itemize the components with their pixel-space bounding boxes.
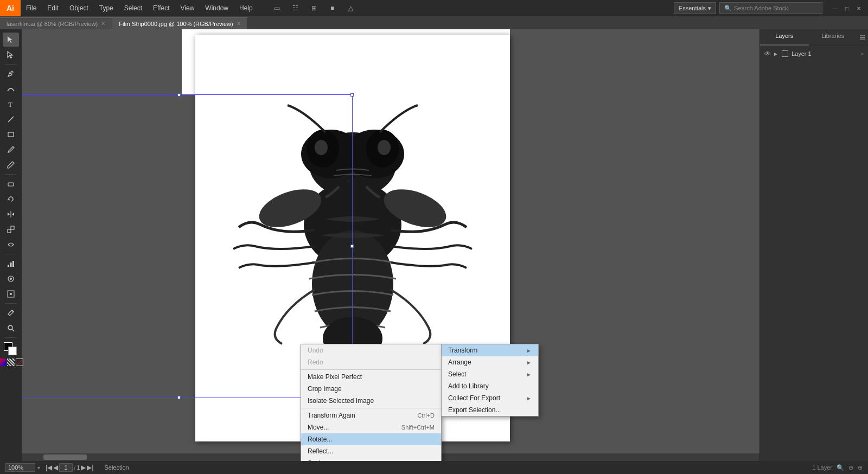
zoom-tool[interactable]: [3, 321, 19, 335]
sub-arrange[interactable]: Arrange ►: [442, 356, 538, 368]
artboard-select-tool[interactable]: [3, 287, 19, 301]
canvas-area[interactable]: Undo Redo Make Pixel Perfect Crop Image …: [22, 29, 868, 461]
rectangle-tool[interactable]: [3, 127, 19, 142]
panel-menu-icon[interactable]: [857, 29, 868, 46]
gpu-icon[interactable]: △: [343, 1, 359, 15]
menu-select[interactable]: Select: [119, 0, 148, 16]
menu-edit[interactable]: Edit: [42, 0, 64, 16]
menu-view[interactable]: View: [175, 0, 200, 16]
zoom-input[interactable]: 100%: [5, 463, 35, 472]
tab-filmstrip[interactable]: Film Strip0000.jpg @ 100% (RGB/Preview) …: [112, 17, 247, 29]
right-panel-tabs: Layers Libraries: [760, 29, 868, 46]
ctx-reflect[interactable]: Reflect...: [301, 445, 441, 457]
search-stock-input[interactable]: 🔍 Search Adobe Stock: [719, 2, 822, 14]
tab-laserfilm-close[interactable]: ✕: [101, 21, 105, 27]
artboard-number-input[interactable]: 1: [59, 463, 73, 472]
ctx-rotate[interactable]: Rotate...: [301, 433, 441, 445]
tool-separator-5: [5, 337, 17, 338]
menu-window[interactable]: Window: [200, 0, 234, 16]
grid-icon[interactable]: ⊞: [306, 1, 322, 15]
ctx-sep-1: [301, 369, 441, 370]
tab-laserfilm[interactable]: laserfilm.ai @ 80% (RGB/Preview) ✕: [0, 17, 112, 29]
color-mode-btn[interactable]: [0, 358, 6, 366]
tool-separator-4: [5, 303, 17, 304]
ctx-move-label: Move...: [308, 424, 329, 431]
pen-tool[interactable]: [3, 67, 19, 81]
layer-item-1[interactable]: 👁 ► Layer 1 ○: [762, 48, 866, 59]
tab-libraries[interactable]: Libraries: [809, 29, 858, 46]
eyedropper-tool[interactable]: [3, 306, 19, 320]
symbol-tool[interactable]: [3, 272, 19, 286]
sub-collect-for-export[interactable]: Collect For Export ►: [442, 392, 538, 404]
status-zoom-in-icon[interactable]: ⊕: [858, 464, 863, 471]
curvature-tool[interactable]: [3, 82, 19, 96]
ctx-transform-again-shortcut: Ctrl+D: [418, 412, 435, 419]
selection-tool[interactable]: [3, 33, 19, 47]
menu-object[interactable]: Object: [64, 0, 94, 16]
restore-button[interactable]: □: [843, 4, 851, 12]
tool-separator-1: [5, 64, 17, 65]
ctx-scale[interactable]: Scale...: [301, 457, 441, 461]
tab-filmstrip-close[interactable]: ✕: [237, 21, 241, 27]
tabs-bar: laserfilm.ai @ 80% (RGB/Preview) ✕ Film …: [0, 16, 868, 29]
ctx-isolate-selected-image[interactable]: Isolate Selected Image: [301, 395, 441, 407]
pixel-icon[interactable]: ■: [324, 1, 341, 15]
svg-point-25: [378, 140, 391, 155]
next-artboard-btn[interactable]: ▶: [81, 464, 86, 471]
eraser-tool[interactable]: [3, 177, 19, 191]
ctx-transform-again[interactable]: Transform Again Ctrl+D: [301, 409, 441, 421]
status-search-icon[interactable]: 🔍: [837, 464, 844, 471]
direct-selection-tool[interactable]: [3, 48, 19, 62]
ctx-make-pixel-perfect[interactable]: Make Pixel Perfect: [301, 371, 441, 383]
last-artboard-btn[interactable]: ▶|: [87, 464, 93, 471]
menu-help[interactable]: Help: [234, 0, 258, 16]
menu-type[interactable]: Type: [94, 0, 119, 16]
scrollbar-horizontal-thumb[interactable]: [43, 454, 87, 460]
menu-file[interactable]: File: [21, 0, 42, 16]
svg-rect-6: [8, 229, 11, 233]
minimize-button[interactable]: —: [831, 4, 839, 12]
line-tool[interactable]: [3, 112, 19, 126]
status-zoom-out-icon[interactable]: ⊖: [848, 464, 853, 471]
scale-tool[interactable]: [3, 222, 19, 236]
ctx-crop-image[interactable]: Crop Image: [301, 383, 441, 395]
tab-layers[interactable]: Layers: [760, 29, 809, 46]
close-button[interactable]: ✕: [855, 4, 863, 12]
artboard-tool-icon[interactable]: ▭: [269, 1, 285, 15]
svg-line-15: [12, 310, 14, 312]
menu-effect[interactable]: Effect: [148, 0, 175, 16]
warp-tool[interactable]: [3, 238, 19, 252]
essentials-dropdown[interactable]: Essentials ▾: [674, 2, 716, 14]
reflect-tool[interactable]: [3, 207, 19, 221]
sub-select[interactable]: Select ►: [442, 368, 538, 380]
ctx-move[interactable]: Move... Shift+Ctrl+M: [301, 421, 441, 433]
sub-transform[interactable]: Transform ►: [442, 344, 538, 356]
zoom-dropdown-icon[interactable]: ▾: [37, 465, 40, 471]
first-artboard-btn[interactable]: |◀: [46, 464, 52, 471]
none-mode-btn[interactable]: [16, 358, 23, 366]
rotate-tool[interactable]: [3, 192, 19, 206]
fill-stroke-indicator[interactable]: [4, 342, 18, 356]
pencil-tool[interactable]: [3, 158, 19, 172]
layer-lock-icon[interactable]: ○: [860, 51, 864, 57]
ctx-redo[interactable]: Redo: [301, 356, 441, 368]
svg-point-24: [315, 140, 328, 155]
prev-artboard-btn[interactable]: ◀: [53, 464, 58, 471]
arrange-icon[interactable]: ☷: [288, 1, 304, 15]
svg-rect-9: [10, 262, 12, 267]
sub-collect-arrow: ►: [526, 395, 532, 401]
gradient-mode-btn[interactable]: [7, 358, 15, 366]
sub-export-selection[interactable]: Export Selection...: [442, 404, 538, 416]
artboard-separator: /: [74, 464, 75, 471]
sub-add-to-library[interactable]: Add to Library: [442, 380, 538, 392]
transform-submenu: Transform ► Arrange ► Select ► Add to Li…: [441, 344, 539, 417]
type-tool[interactable]: T: [3, 97, 19, 111]
status-bar: 100% ▾ |◀ ◀ 1 / 1 ▶ ▶| Selection 1 Layer…: [0, 461, 868, 474]
layer-expand-icon[interactable]: ►: [773, 51, 778, 57]
graph-tool[interactable]: [3, 257, 19, 271]
layer-visibility-icon[interactable]: 👁: [764, 50, 771, 57]
paintbrush-tool[interactable]: [3, 143, 19, 157]
right-panel: Layers Libraries 👁 ► Layer 1 ○: [760, 29, 868, 461]
ctx-undo[interactable]: Undo: [301, 344, 441, 356]
svg-line-2: [8, 117, 14, 122]
